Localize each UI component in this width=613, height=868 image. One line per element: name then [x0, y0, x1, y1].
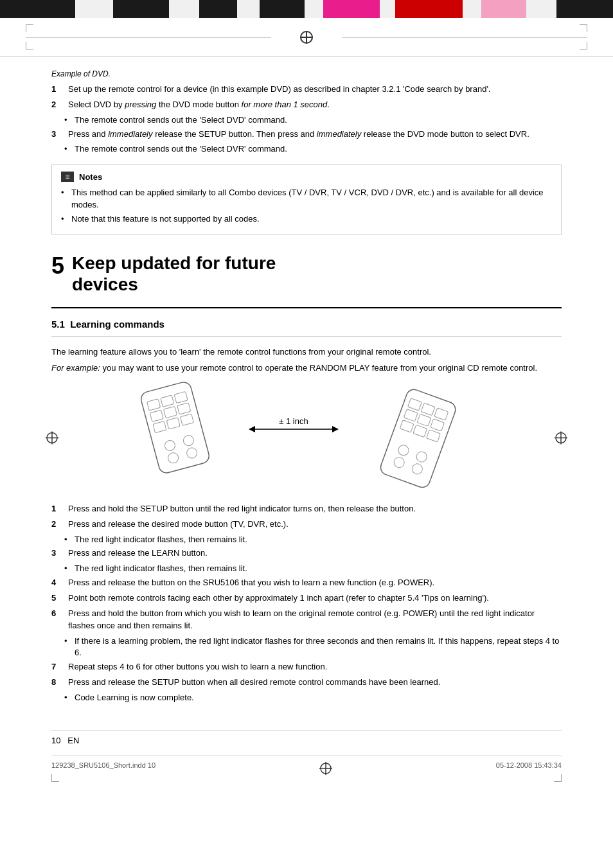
remotes-illustration: ± 1 inch — [62, 381, 551, 497]
s51-step-6: 6 Press and hold the button from which y… — [51, 608, 562, 632]
section-51-intro1: The learning feature allows you to 'lear… — [51, 346, 562, 359]
step-3-bullets: The remote control sends out the 'Select… — [64, 143, 562, 155]
colorbar-pink — [323, 0, 380, 18]
s51-step-4-text: Press and release the button on the SRU5… — [68, 577, 434, 589]
s51-step-6-bullets: If there is a learning problem, the red … — [64, 635, 562, 660]
step-1: 1 Set up the remote control for a device… — [51, 84, 562, 96]
chapter-number: 5 — [51, 252, 64, 279]
notes-item-1: This method can be applied similarly to … — [61, 187, 552, 211]
step-2-text: Select DVD by pressing the DVD mode butt… — [68, 99, 330, 111]
step-1-num: 1 — [51, 84, 64, 96]
colorbar-lightpink — [481, 0, 526, 18]
s51-step-6-text: Press and hold the button from which you… — [68, 608, 562, 632]
s51-step-3-text: Press and release the LEARN button. — [68, 547, 208, 560]
s51-step-2-num: 2 — [51, 518, 64, 531]
step-2-num: 2 — [51, 99, 64, 111]
main-content: Example of DVD. 1 Set up the remote cont… — [0, 57, 613, 859]
s51-step-2-bullet-1: The red light indicator flashes, then re… — [64, 534, 562, 546]
section-51-heading: 5.1 Learning commands — [51, 319, 562, 330]
s51-step-1-num: 1 — [51, 503, 64, 515]
s51-step-6-bullet-1: If there is a learning problem, the red … — [64, 635, 562, 660]
notes-header: Notes — [61, 172, 552, 182]
chapter-title: Keep updated for futuredevices — [72, 252, 276, 296]
notes-icon — [61, 172, 74, 182]
svg-rect-23 — [434, 408, 449, 420]
svg-rect-25 — [417, 414, 431, 426]
svg-rect-24 — [404, 409, 418, 421]
left-crosshair — [45, 430, 59, 447]
svg-point-31 — [415, 450, 429, 464]
colorbar-red — [395, 0, 463, 18]
colorbar-black5 — [556, 0, 613, 18]
s51-step-1-text: Press and hold the SETUP button until th… — [68, 503, 416, 515]
step-3: 3 Press and immediately release the SETU… — [51, 128, 562, 141]
corner-mark-br — [580, 42, 587, 49]
illustration-container: ± 1 inch — [51, 381, 562, 497]
svg-point-32 — [393, 456, 406, 469]
svg-point-17 — [182, 434, 195, 447]
section-51-intro2-text: you may want to use your remote control … — [100, 363, 537, 373]
svg-rect-21 — [408, 398, 422, 411]
example-section: Example of DVD. 1 Set up the remote cont… — [51, 69, 562, 235]
s51-step-5-num: 5 — [51, 592, 64, 605]
svg-point-30 — [397, 444, 411, 457]
page: Example of DVD. 1 Set up the remote cont… — [0, 0, 613, 868]
s51-step-8-num: 8 — [51, 677, 64, 689]
colorbar-white6 — [463, 0, 481, 18]
svg-rect-15 — [180, 414, 193, 425]
s51-step-3: 3 Press and release the LEARN button. — [51, 547, 562, 560]
notes-list: This method can be applied similarly to … — [61, 187, 552, 226]
svg-rect-9 — [174, 391, 188, 403]
section-51-intro2: For example: you may want to use your re… — [51, 362, 562, 375]
colorbar-black1 — [0, 0, 75, 18]
corner-mark-tr — [580, 24, 587, 32]
footer-corner-bl — [51, 774, 59, 782]
footer-page: 10 EN — [51, 736, 79, 745]
notes-item-2: Note that this feature is not supported … — [61, 213, 552, 226]
s51-step-8-bullets: Code Learning is now complete. — [64, 692, 562, 704]
s51-step-3-bullet-1: The red light indicator flashes, then re… — [64, 563, 562, 575]
s51-step-3-bullets: The red light indicator flashes, then re… — [64, 563, 562, 575]
step-2-bullet-1: The remote control sends out the 'Select… — [64, 114, 562, 127]
svg-marker-35 — [249, 426, 255, 432]
colorbar-black4 — [260, 0, 305, 18]
s51-step-2-text: Press and release the desired mode butto… — [68, 518, 289, 531]
s51-step-7-num: 7 — [51, 661, 64, 673]
center-crosshair — [299, 30, 314, 45]
section-51-steps-list: 1 Press and hold the SETUP button until … — [51, 503, 562, 704]
s51-step-8-bullet-1: Code Learning is now complete. — [64, 692, 562, 704]
s51-step-2-bullets: The red light indicator flashes, then re… — [64, 534, 562, 546]
s51-step-7-text: Repeat steps 4 to 6 for other buttons yo… — [68, 661, 327, 673]
footer-bottom-area: 129238_SRU5106_Short.indd 10 05-12-2008 … — [51, 756, 562, 782]
svg-rect-7 — [147, 399, 161, 411]
s51-step-7: 7 Repeat steps 4 to 6 for other buttons … — [51, 661, 562, 673]
corner-mark-bl — [26, 42, 33, 49]
s51-step-4-num: 4 — [51, 577, 64, 589]
colorbar-white7 — [526, 0, 556, 18]
svg-point-33 — [411, 463, 424, 476]
header-line-left — [26, 37, 271, 38]
svg-point-16 — [164, 439, 177, 452]
colorbar-white1 — [75, 0, 113, 18]
s51-step-1: 1 Press and hold the SETUP button until … — [51, 503, 562, 515]
colorbar-black2 — [113, 0, 170, 18]
right-crosshair — [554, 430, 568, 447]
section-51-for-example: For example: — [51, 363, 100, 373]
svg-rect-11 — [164, 406, 177, 418]
svg-text:± 1 inch: ± 1 inch — [279, 416, 308, 426]
svg-rect-10 — [150, 410, 163, 421]
color-calibration-bar — [0, 0, 613, 18]
footer-content: 10 EN — [51, 736, 562, 745]
s51-step-2: 2 Press and release the desired mode but… — [51, 518, 562, 531]
svg-rect-12 — [177, 403, 191, 414]
s51-step-8-text: Press and release the SETUP button when … — [68, 677, 440, 689]
footer-meta: 129238_SRU5106_Short.indd 10 05-12-2008 … — [51, 761, 562, 777]
s51-step-5: 5 Point both remote controls facing each… — [51, 592, 562, 605]
step-2-bullets: The remote control sends out the 'Select… — [64, 114, 562, 127]
colorbar-white4 — [305, 0, 323, 18]
svg-point-18 — [167, 452, 180, 465]
footer-filename: 129238_SRU5106_Short.indd 10 — [51, 761, 155, 777]
notes-title: Notes — [79, 172, 102, 182]
footer-date: 05-12-2008 15:43:34 — [496, 761, 562, 777]
step-3-text: Press and immediately release the SETUP … — [68, 128, 529, 141]
